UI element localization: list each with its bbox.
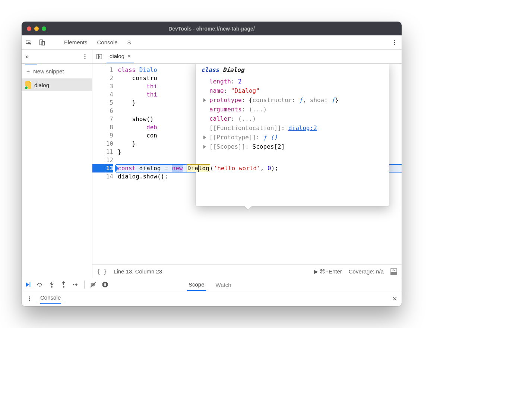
- gutter: 1 2 3 4 5 6 7 8 9 10 11 12 13 14: [92, 64, 116, 265]
- window-minimize-button[interactable]: [34, 26, 39, 31]
- line-number: 7: [92, 115, 113, 123]
- svg-rect-1: [40, 39, 42, 45]
- snippet-name: dialog: [34, 82, 49, 88]
- tab-console[interactable]: Console: [96, 35, 119, 49]
- deactivate-breakpoints-button[interactable]: [90, 281, 96, 288]
- line-number: 10: [92, 140, 113, 148]
- tab-elements[interactable]: Elements: [63, 35, 89, 49]
- window-zoom-button[interactable]: [42, 26, 46, 31]
- line-number: 8: [92, 123, 113, 132]
- svg-point-3: [394, 40, 395, 41]
- svg-rect-19: [104, 283, 105, 286]
- line-number: 11: [92, 148, 113, 156]
- line-number-active: 13: [92, 164, 113, 172]
- svg-point-5: [394, 44, 395, 45]
- svg-rect-13: [30, 282, 31, 287]
- traffic-lights: [27, 26, 46, 31]
- drawer-tab-console[interactable]: Console: [40, 294, 61, 304]
- svg-point-8: [85, 58, 86, 59]
- step-out-button[interactable]: [60, 281, 67, 288]
- code-editor[interactable]: 1 2 3 4 5 6 7 8 9 10 11 12 13 14: [92, 64, 402, 265]
- svg-rect-20: [105, 283, 106, 286]
- line-number: 12: [92, 156, 113, 164]
- popover-header: class Dialog: [201, 65, 384, 75]
- popover-tail: [244, 206, 252, 210]
- step-button[interactable]: [72, 281, 79, 288]
- window-title: DevTools - chrome://new-tab-page/: [22, 26, 402, 32]
- svg-point-23: [29, 300, 30, 301]
- debug-buttons: [22, 278, 182, 291]
- popover-row-arguments[interactable]: arguments: (...): [201, 105, 384, 114]
- svg-point-15: [51, 286, 53, 288]
- more-icon[interactable]: [391, 39, 398, 46]
- svg-point-4: [394, 42, 395, 43]
- cursor-position: Line 13, Column 23: [114, 268, 162, 275]
- sidebar-tabs: »: [22, 50, 92, 64]
- line-number: 1: [92, 66, 113, 74]
- svg-point-14: [39, 285, 40, 286]
- svg-point-22: [29, 298, 30, 300]
- snippet-item-dialog[interactable]: dialog: [22, 79, 92, 91]
- editor-tab-label: dialog: [110, 53, 124, 59]
- popover-row-scopes[interactable]: [[Scopes]]: Scopes[2]: [201, 142, 384, 151]
- devtools-window: DevTools - chrome://new-tab-page/ Elemen…: [22, 22, 402, 306]
- location-link[interactable]: dialog:2: [288, 124, 317, 132]
- step-into-button[interactable]: [48, 281, 55, 288]
- line-number: 9: [92, 132, 113, 140]
- step-over-button[interactable]: [37, 281, 43, 288]
- close-icon[interactable]: ×: [127, 53, 131, 60]
- editor-tabstrip: dialog ×: [92, 50, 402, 64]
- run-snippet-button[interactable]: ▶ ⌘+Enter: [314, 268, 342, 275]
- new-snippet-label: New snippet: [33, 68, 64, 75]
- new-snippet-button[interactable]: ＋ New snippet: [22, 64, 92, 79]
- popover-row-functionlocation: [[FunctionLocation]]: dialog:2: [201, 123, 384, 133]
- debugger-controls: Scope Watch: [22, 278, 402, 291]
- popover-row-internal-prototype[interactable]: [[Prototype]]: ƒ (): [201, 133, 384, 142]
- plus-icon: ＋: [25, 68, 31, 75]
- line-number: 4: [92, 91, 113, 99]
- titlebar: DevTools - chrome://new-tab-page/: [22, 22, 402, 35]
- code-area[interactable]: class Dialo constru thi thi } show() deb…: [116, 64, 402, 265]
- tab-scope[interactable]: Scope: [187, 278, 206, 291]
- popover-row-name: name: "Dialog": [201, 86, 384, 95]
- svg-point-7: [85, 56, 86, 57]
- editor-column: dialog × 1 2 3 4 5 6 7 8 9 10 11 12: [92, 50, 402, 278]
- debug-tabs: Scope Watch: [182, 278, 402, 291]
- snippet-file-icon: [25, 81, 31, 89]
- svg-point-21: [29, 297, 30, 298]
- object-preview-popover[interactable]: class Dialog length: 2 name: "Dialog" pr…: [196, 64, 389, 206]
- pause-on-exceptions-button[interactable]: [102, 281, 108, 288]
- line-number: 14: [92, 172, 113, 181]
- sidebar-expand-icon[interactable]: »: [25, 53, 29, 60]
- tab-watch[interactable]: Watch: [214, 278, 233, 291]
- panel-tabs: Elements Console S: [22, 35, 402, 50]
- popover-row-length: length: 2: [201, 77, 384, 86]
- resume-button[interactable]: [25, 281, 31, 288]
- toggle-debugger-pane-icon[interactable]: [390, 268, 397, 275]
- editor-statusbar: { } Line 13, Column 23 ▶ ⌘+Enter Coverag…: [92, 265, 402, 278]
- coverage-label: Coverage: n/a: [349, 268, 384, 275]
- line-number: 3: [92, 82, 113, 91]
- svg-point-17: [73, 284, 74, 285]
- device-toolbar-icon[interactable]: [39, 39, 45, 46]
- sources-sidebar: » ＋ New snippet dialog: [22, 50, 92, 278]
- svg-point-6: [85, 54, 86, 55]
- divider: [84, 281, 85, 289]
- close-icon[interactable]: ×: [392, 294, 397, 304]
- line-number: 2: [92, 74, 113, 82]
- popover-row-prototype[interactable]: prototype: {constructor: ƒ, show: ƒ}: [201, 95, 384, 105]
- more-icon[interactable]: [82, 53, 88, 60]
- highlight-identifier: Dialog: [187, 164, 210, 172]
- line-number: 6: [92, 107, 113, 115]
- editor-tab-dialog[interactable]: dialog ×: [107, 50, 134, 63]
- navigator-toggle-icon[interactable]: [96, 53, 103, 60]
- code-line-active: const dialog = new Dialog('hello world',…: [118, 164, 402, 172]
- popover-row-caller[interactable]: caller: (...): [201, 114, 384, 123]
- more-icon[interactable]: [26, 295, 33, 302]
- inspect-element-icon[interactable]: [25, 39, 32, 46]
- svg-rect-12: [391, 272, 397, 275]
- window-close-button[interactable]: [27, 26, 31, 31]
- tab-sources-truncated[interactable]: S: [126, 35, 133, 49]
- pretty-print-button[interactable]: { }: [97, 268, 107, 275]
- line-number: 5: [92, 99, 113, 107]
